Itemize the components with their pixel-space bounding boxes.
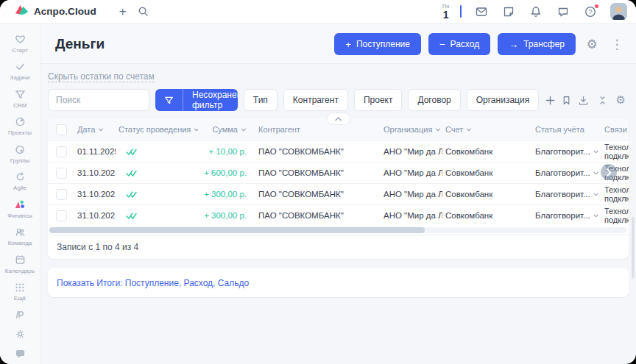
cell-links[interactable]: Технология подключен — [601, 185, 629, 203]
table-row[interactable]: 31.10.2025 + 600,00 р. ПАО "СОВКОМБАНК" … — [48, 162, 629, 183]
column-header-category[interactable]: Статья учёта — [532, 125, 601, 134]
records-info: Записи с 1 по 4 из 4 — [48, 235, 629, 259]
calendar-icon — [15, 254, 26, 266]
chat-icon[interactable] — [553, 1, 573, 22]
unsaved-filter-chip[interactable]: Несохраненный фильтр ✕ — [155, 89, 238, 111]
svg-text:?: ? — [589, 8, 593, 15]
row-checkbox[interactable] — [56, 189, 67, 200]
table-scroll-right-button[interactable] — [601, 164, 617, 180]
cell-category-select[interactable]: Благотворит... — [532, 168, 601, 177]
cell-organization: АНО "Мир да Лад" — [381, 168, 442, 177]
mail-icon[interactable] — [471, 1, 492, 22]
sidebar-item-more[interactable]: Ещё — [0, 278, 40, 306]
integrations-gear-icon[interactable] — [0, 325, 40, 345]
sidebar-item-team[interactable]: Команда — [0, 223, 40, 251]
app-window: Аспро.Cloud + Пн 1 ? — [0, 0, 636, 364]
cell-category-select[interactable]: Благотворит... — [532, 147, 601, 156]
app-logo[interactable]: Аспро.Cloud — [15, 4, 96, 19]
scrollbar-thumb[interactable] — [49, 227, 425, 233]
cell-category-select[interactable]: Благотворит... — [532, 211, 601, 220]
filter-project-button[interactable]: Проект — [354, 89, 403, 111]
notes-icon[interactable] — [498, 1, 519, 22]
funnel-icon — [15, 88, 26, 101]
search-input[interactable] — [48, 89, 149, 111]
plus-icon: + — [345, 39, 351, 50]
cell-links[interactable]: Технология подключен — [601, 143, 629, 160]
collapse-panel-pill[interactable] — [327, 113, 350, 125]
table-row[interactable]: 31.10.2025 + 300,00 р. ПАО "СОВКОМБАНК" … — [48, 183, 629, 204]
sidebar-item-finance[interactable]: Финансы — [0, 195, 40, 223]
show-totals-link[interactable]: Показать Итоги: Поступление, Расход, Сал… — [57, 278, 249, 288]
table-settings-gear-icon[interactable]: ⚙ — [616, 93, 626, 107]
finance-icon — [14, 199, 26, 211]
create-plus-icon[interactable]: + — [113, 1, 133, 22]
search-icon[interactable] — [133, 1, 154, 22]
column-header-account[interactable]: Счет — [442, 125, 532, 134]
cell-date: 31.10.2025 — [74, 211, 116, 220]
column-header-organization[interactable]: Организация — [381, 125, 442, 134]
select-all-checkbox[interactable] — [56, 124, 67, 135]
page-settings-gear-icon[interactable]: ⚙ — [583, 37, 601, 52]
filter-contract-button[interactable]: Договор — [408, 89, 460, 111]
chevron-down-icon — [593, 150, 598, 154]
sort-chevron-icon — [98, 128, 104, 132]
column-header-counterparty[interactable]: Контрагент — [250, 125, 381, 134]
cell-category-select[interactable]: Благотворит... — [532, 190, 601, 199]
bell-icon[interactable] — [526, 1, 546, 22]
table-row[interactable]: 01.11.2025 + 10,00 р. ПАО "СОВКОМБАНК" А… — [48, 140, 629, 162]
cell-links[interactable]: Технология подключен — [601, 207, 629, 224]
sidebar-item-projects[interactable]: Проекты — [0, 113, 40, 140]
agile-icon — [15, 171, 26, 183]
column-header-status[interactable]: Статус проведения — [116, 125, 198, 134]
sort-chevron-icon — [241, 128, 247, 132]
topbar: Аспро.Cloud + Пн 1 ? — [0, 0, 636, 24]
kebab-menu-icon[interactable]: ⋮ — [608, 37, 626, 52]
bookmark-icon[interactable] — [562, 95, 571, 106]
sidebar-item-crm[interactable]: CRM — [0, 85, 40, 113]
table-row[interactable]: 31.10.2025 + 300,00 р. ПАО "СОВКОМБАНК" … — [48, 204, 629, 226]
product-logo-icon[interactable] — [0, 305, 40, 325]
collapse-rows-icon[interactable] — [598, 95, 607, 106]
row-checkbox[interactable] — [56, 146, 67, 157]
chevron-down-icon — [593, 171, 598, 175]
user-avatar[interactable] — [610, 3, 627, 20]
sidebar-item-tasks[interactable]: Задачи — [0, 57, 40, 85]
export-download-icon[interactable] — [578, 95, 589, 106]
sidebar-item-agile[interactable]: Agile — [0, 168, 40, 196]
column-header-date[interactable]: Дата — [74, 125, 116, 134]
sidebar-item-start[interactable]: Старт — [0, 29, 40, 57]
row-checkbox[interactable] — [56, 168, 67, 179]
transfer-button[interactable]: → Трансфер — [498, 33, 576, 55]
help-icon[interactable]: ? — [580, 1, 601, 22]
notification-dot — [595, 4, 598, 8]
cell-amount: + 300,00 р. — [198, 211, 250, 220]
income-button[interactable]: + Поступление — [334, 33, 421, 55]
support-chat-icon[interactable] — [0, 344, 40, 364]
chevron-down-icon — [593, 193, 598, 196]
vertical-scrollbar[interactable] — [632, 217, 635, 279]
filter-funnel-icon[interactable] — [155, 89, 183, 111]
double-check-icon — [126, 148, 137, 156]
filter-counterparty-button[interactable]: Контрагент — [283, 89, 348, 111]
filter-type-button[interactable]: Тип — [244, 89, 278, 111]
cell-organization: АНО "Мир да Лад" — [381, 190, 442, 199]
column-header-links[interactable]: Связи — [601, 125, 629, 134]
cell-status — [116, 190, 198, 199]
cell-counterparty: ПАО "СОВКОМБАНК" — [250, 190, 381, 199]
hide-balances-link[interactable]: Скрыть остатки по счетам — [48, 71, 155, 82]
sidebar-item-label: Старт — [12, 47, 28, 54]
filter-chip-label: Несохраненный фильтр — [183, 90, 238, 110]
scrollbar-track[interactable] — [49, 227, 627, 233]
cell-status — [116, 148, 198, 156]
sidebar: Старт Задачи CRM Проекты Группы Agile — [0, 24, 40, 364]
add-filter-plus-icon[interactable] — [545, 95, 556, 106]
sidebar-item-groups[interactable]: Группы — [0, 140, 40, 168]
row-checkbox[interactable] — [56, 210, 67, 221]
cell-date: 31.10.2025 — [74, 190, 116, 199]
column-header-amount[interactable]: Сумма — [198, 125, 250, 134]
sidebar-item-calendar[interactable]: Календарь — [0, 250, 40, 278]
filter-organization-button[interactable]: Организация — [467, 89, 539, 111]
sidebar-item-label: Финансы — [7, 213, 32, 219]
calendar-date-widget[interactable]: Пн 1 — [442, 4, 449, 20]
expense-button[interactable]: − Расход — [428, 33, 490, 55]
